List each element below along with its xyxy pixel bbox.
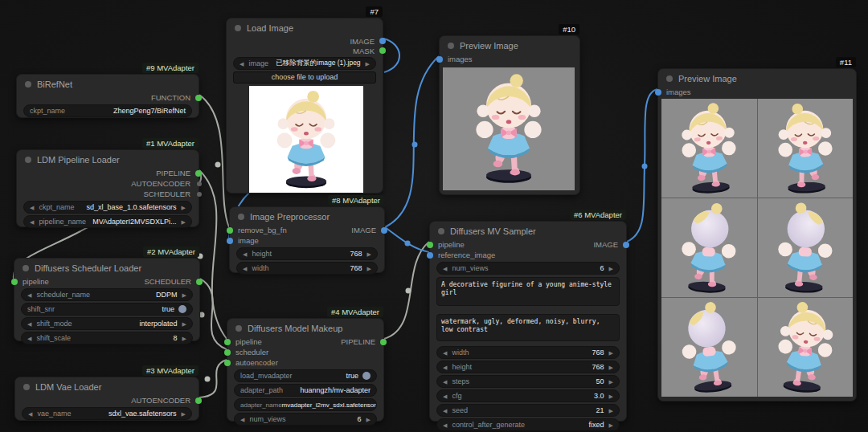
node-preview-image-right[interactable]: #11 Preview Image images [657, 68, 857, 401]
input-dot-pipeline[interactable] [11, 279, 18, 285]
arrow-right-icon[interactable]: ▶ [367, 251, 371, 257]
arrow-left-icon[interactable]: ◀ [443, 266, 447, 271]
arrow-right-icon[interactable]: ▶ [182, 411, 186, 417]
num-views-widget[interactable]: ◀ num_views 6 ▶ [234, 413, 377, 426]
arrow-left-icon[interactable]: ◀ [27, 292, 31, 298]
arrow-right-icon[interactable]: ▶ [609, 379, 613, 385]
arrow-left-icon[interactable]: ◀ [30, 205, 34, 210]
arrow-left-icon[interactable]: ◀ [243, 266, 247, 271]
height-widget[interactable]: ◀ height 768 ▶ [436, 361, 620, 373]
output-dot-autoencoder[interactable] [195, 397, 202, 404]
steps-widget[interactable]: ◀ steps 50 ▶ [436, 375, 620, 388]
arrow-left-icon[interactable]: ◀ [240, 61, 244, 67]
arrow-left-icon[interactable]: ◀ [443, 408, 447, 414]
arrow-left-icon[interactable]: ◀ [443, 422, 447, 428]
adapter-path-widget[interactable]: adapter_path huanngzh/mv-adapter [234, 384, 377, 397]
collapse-dot-icon[interactable] [238, 214, 244, 220]
node-header[interactable]: Image Preprocessor [230, 207, 384, 225]
node-mv-sampler[interactable]: #6 MVAdapter Diffusers MV Sampler pipeli… [429, 221, 627, 422]
arrow-right-icon[interactable]: ▶ [182, 292, 186, 298]
output-dot-autoencoder[interactable] [197, 181, 202, 186]
output-dot-image[interactable] [381, 227, 387, 234]
collapse-dot-icon[interactable] [448, 43, 454, 49]
node-graph-canvas[interactable]: #9 MVAdapter BiRefNet FUNCTION ckpt_name… [0, 0, 868, 432]
input-dot-autoencoder[interactable] [224, 360, 231, 366]
toggle-knob-icon[interactable] [362, 372, 371, 380]
arrow-right-icon[interactable]: ▶ [609, 350, 613, 356]
shift-scale-widget[interactable]: ◀ shift_scale 8 ▶ [21, 332, 193, 344]
node-pipeline-loader[interactable]: #1 MVAdapter LDM Pipeline Loader PIPELIN… [16, 149, 199, 227]
positive-prompt-textarea[interactable]: A decorative figurine of a young anime-s… [436, 277, 620, 306]
arrow-left-icon[interactable]: ◀ [443, 393, 447, 399]
output-dot-image[interactable] [379, 38, 386, 44]
collapse-dot-icon[interactable] [23, 265, 29, 271]
control-after-generate-widget[interactable]: ◀ control_after_generate fixed ▶ [436, 418, 620, 431]
arrow-left-icon[interactable]: ◀ [443, 350, 447, 356]
arrow-right-icon[interactable]: ▶ [609, 266, 613, 271]
height-widget[interactable]: ◀ height 768 ▶ [236, 247, 378, 260]
input-dot-image[interactable] [227, 238, 233, 244]
arrow-left-icon[interactable]: ◀ [443, 379, 447, 385]
node-vae-loader[interactable]: #3 MVAdapter LDM Vae Loader AUTOENCODER … [14, 377, 199, 421]
arrow-right-icon[interactable]: ▶ [609, 422, 613, 428]
node-image-preprocessor[interactable]: #8 MVAdapter Image Preprocessor remove_b… [229, 206, 385, 273]
arrow-right-icon[interactable]: ▶ [182, 205, 186, 210]
shift-mode-widget[interactable]: ◀ shift_mode interpolated ▶ [21, 317, 193, 330]
arrow-right-icon[interactable]: ▶ [366, 61, 370, 67]
node-header[interactable]: BiRefNet [17, 75, 199, 92]
node-header[interactable]: Diffusers Scheduler Loader [14, 259, 199, 276]
arrow-right-icon[interactable]: ▶ [609, 408, 613, 414]
node-header[interactable]: Diffusers Model Makeup [227, 319, 383, 336]
output-dot-function[interactable] [195, 95, 202, 101]
node-header[interactable]: Preview Image [658, 69, 856, 87]
output-dot-scheduler[interactable] [197, 192, 202, 197]
input-dot-pipeline[interactable] [427, 242, 433, 248]
arrow-left-icon[interactable]: ◀ [443, 365, 447, 370]
arrow-right-icon[interactable]: ▶ [609, 365, 613, 370]
input-dot-remove-bg-fn[interactable] [227, 227, 233, 234]
arrow-right-icon[interactable]: ▶ [182, 321, 186, 327]
node-scheduler-loader[interactable]: #2 MVAdapter Diffusers Scheduler Loader … [14, 258, 200, 341]
node-header[interactable]: LDM Pipeline Loader [17, 150, 199, 168]
num-views-widget[interactable]: ◀ num_views 6 ▶ [436, 262, 620, 275]
arrow-right-icon[interactable]: ▶ [609, 393, 613, 399]
arrow-left-icon[interactable]: ◀ [243, 251, 247, 257]
image-file-widget[interactable]: ◀ image 已移除背景的image (1).jpeg ▶ [233, 57, 376, 70]
output-dot-image[interactable] [623, 242, 629, 248]
cfg-widget[interactable]: ◀ cfg 3.0 ▶ [436, 389, 620, 402]
node-header[interactable]: Preview Image [440, 36, 579, 54]
ckpt-name-widget[interactable]: ◀ ckpt_name sd_xl_base_1.0.safetensors ▶ [23, 201, 192, 214]
node-birefnet[interactable]: #9 MVAdapter BiRefNet FUNCTION ckpt_name… [16, 74, 199, 118]
arrow-right-icon[interactable]: ▶ [182, 219, 186, 225]
arrow-left-icon[interactable]: ◀ [240, 417, 244, 422]
output-dot-mask[interactable] [379, 47, 386, 54]
ckpt-name-widget[interactable]: ckpt_name ZhengPeng7/BiRefNet [23, 104, 192, 117]
input-dot-images[interactable] [655, 89, 661, 96]
node-header[interactable]: Diffusers MV Sampler [430, 222, 626, 239]
scheduler-name-widget[interactable]: ◀ scheduler_name DDPM ▶ [21, 288, 193, 301]
arrow-left-icon[interactable]: ◀ [27, 321, 31, 327]
vae-name-widget[interactable]: ◀ vae_name sdxl_vae.safetensors ▶ [22, 407, 192, 420]
load-mvadapter-toggle[interactable]: load_mvadapter true [234, 369, 377, 382]
choose-file-button[interactable]: choose file to upload [233, 71, 376, 84]
input-dot-pipeline[interactable] [224, 339, 231, 345]
width-widget[interactable]: ◀ width 768 ▶ [236, 262, 378, 275]
node-header[interactable]: Load Image [227, 18, 383, 36]
shift-snr-toggle[interactable]: shift_snr true [21, 303, 193, 316]
collapse-dot-icon[interactable] [666, 75, 673, 82]
arrow-right-icon[interactable]: ▶ [182, 336, 186, 341]
input-dot-images[interactable] [436, 56, 443, 63]
toggle-knob-icon[interactable] [178, 305, 186, 313]
seed-widget[interactable]: ◀ seed 21 ▶ [436, 404, 620, 417]
node-header[interactable]: LDM Vae Loader [15, 377, 199, 395]
arrow-right-icon[interactable]: ▶ [366, 417, 371, 422]
collapse-dot-icon[interactable] [25, 157, 31, 163]
node-model-makeup[interactable]: #4 MVAdapter Diffusers Model Makeup pipe… [227, 318, 384, 422]
node-preview-image-top[interactable]: #10 Preview Image images [439, 35, 580, 195]
collapse-dot-icon[interactable] [235, 325, 242, 332]
width-widget[interactable]: ◀ width 768 ▶ [436, 346, 620, 359]
output-dot-pipeline[interactable] [195, 170, 202, 177]
node-load-image[interactable]: #7 Load Image IMAGE MASK ◀ image 已移除背景的i… [226, 18, 383, 194]
arrow-left-icon[interactable]: ◀ [27, 336, 31, 341]
arrow-left-icon[interactable]: ◀ [30, 219, 34, 225]
